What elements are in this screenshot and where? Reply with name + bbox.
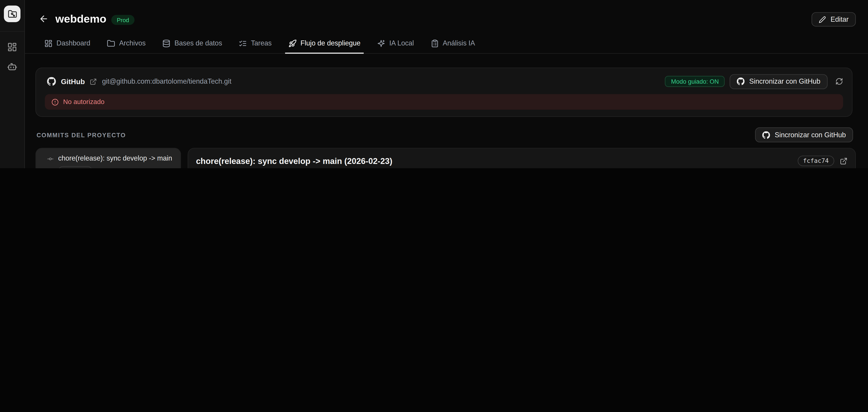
auth-error-text: No autorizado (63, 98, 104, 106)
sync-github-label: Sincronizar con GitHub (749, 78, 820, 85)
alert-circle-icon (52, 98, 59, 106)
tab-bases-de-datos[interactable]: Bases de datos (162, 33, 222, 53)
github-provider-label: GitHub (61, 77, 85, 86)
sidebar: N (0, 0, 25, 168)
folder-icon (107, 39, 115, 48)
commit-time: hace 1h (151, 168, 173, 168)
tab-bar: Dashboard Archivos Bases de datos Tareas… (25, 33, 868, 54)
commits-section-heading: COMMITS DEL PROYECTO (37, 132, 126, 138)
sync-github-button-secondary[interactable]: Sincronizar con GitHub (755, 127, 853, 142)
guided-mode-badge[interactable]: Modo guiado: ON (665, 76, 725, 87)
github-icon (737, 78, 745, 85)
external-link-icon[interactable] (840, 157, 847, 165)
dashboard-grid-icon (44, 39, 53, 48)
edit-button-label: Editar (831, 16, 848, 23)
refresh-icon[interactable] (835, 78, 843, 85)
tab-label: Flujo de despliegue (301, 39, 361, 47)
tab-archivos[interactable]: Archivos (107, 33, 146, 53)
tab-flujo-de-despliegue[interactable]: Flujo de despliegue (288, 33, 360, 53)
github-icon (763, 131, 770, 139)
commit-detail-card: chore(release): sync develop -> main (20… (188, 148, 856, 168)
commit-author: dbartolome (97, 168, 129, 168)
sync-github-label: Sincronizar con GitHub (775, 131, 846, 139)
dashboard-grid-icon[interactable] (7, 42, 17, 52)
commit-list-item[interactable]: chore(release): sync develop -> main ...… (36, 148, 180, 168)
edit-button[interactable]: Editar (812, 12, 856, 27)
commit-hash-badge: fcfac74 (58, 166, 92, 168)
sparkles-icon (377, 39, 385, 48)
commit-detail-title: chore(release): sync develop -> main (20… (196, 156, 393, 166)
tab-label: Tareas (251, 39, 272, 47)
tab-analisis-ia[interactable]: Análisis IA (431, 33, 475, 53)
repo-url[interactable]: git@github.com:dbartolome/tiendaTech.git (102, 78, 231, 85)
app-window: N webdemo Prod Editar Dashboard Archivos… (0, 0, 868, 168)
tab-label: IA Local (389, 39, 414, 47)
commit-hash-badge: fcfac74 (798, 155, 834, 166)
external-link-icon[interactable] (90, 78, 97, 85)
list-checks-icon (239, 39, 247, 48)
clipboard-icon (431, 39, 439, 48)
commit-title: chore(release): sync develop -> main ... (58, 154, 173, 162)
tab-dashboard[interactable]: Dashboard (44, 33, 90, 53)
env-badge: Prod (111, 15, 134, 25)
git-commit-icon (47, 155, 54, 162)
github-row: GitHub git@github.com:dbartolome/tiendaT… (36, 68, 852, 94)
tab-tareas[interactable]: Tareas (239, 33, 272, 53)
tab-ia-local[interactable]: IA Local (377, 33, 414, 53)
database-icon (162, 39, 170, 48)
sidebar-divider (0, 31, 24, 31)
page-title: webdemo (55, 13, 106, 25)
tab-label: Análisis IA (442, 39, 475, 47)
sync-github-button[interactable]: Sincronizar con GitHub (730, 74, 828, 89)
auth-error-banner: No autorizado (45, 94, 843, 110)
pencil-icon (819, 16, 826, 23)
github-icon (47, 77, 56, 86)
app-logo[interactable] (4, 5, 20, 22)
github-card: GitHub git@github.com:dbartolome/tiendaT… (35, 68, 852, 117)
folder-git-icon (7, 9, 17, 19)
tab-label: Dashboard (57, 39, 90, 47)
tab-label: Archivos (119, 39, 146, 47)
tab-label: Bases de datos (175, 39, 222, 47)
rocket-icon (288, 39, 297, 48)
back-button[interactable] (39, 14, 49, 24)
commit-list: chore(release): sync develop -> main ...… (35, 148, 181, 168)
bot-icon[interactable] (7, 61, 18, 72)
